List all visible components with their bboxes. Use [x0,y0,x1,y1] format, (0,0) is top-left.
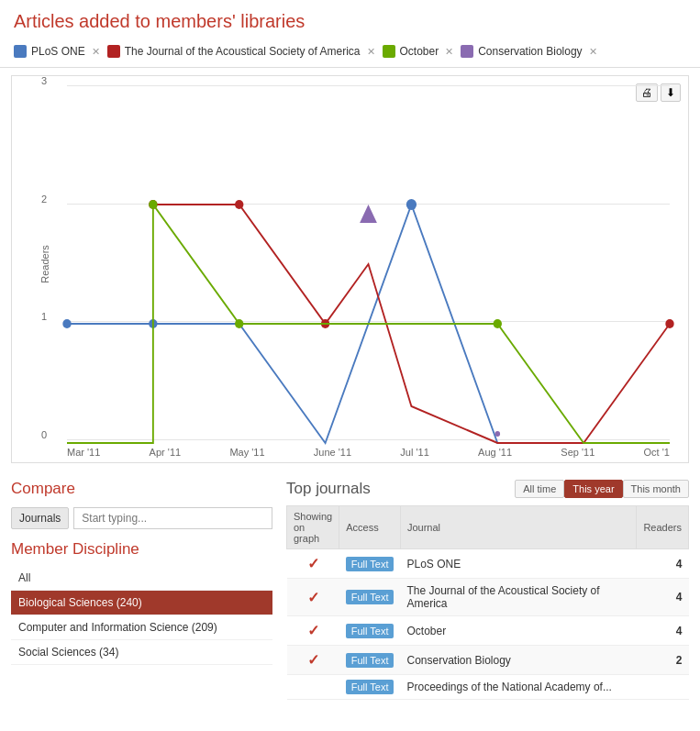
x-label-oct: Oct '1 [644,447,670,458]
journals-input[interactable] [73,507,272,529]
filter-tag-plos-one: PLoS ONE ✕ [14,45,100,58]
col-showing: Showing on graph [287,506,339,549]
filter-label-conservation: Conservation Biology [478,45,582,58]
filter-color-october [383,45,395,58]
svg-point-2 [406,199,417,210]
journal-name: October [400,616,636,646]
filter-label-plos-one: PLoS ONE [31,45,85,58]
compare-panel: Compare Journals Member Discipline AllBi… [11,480,272,700]
access-badge: Full Text [346,653,394,668]
col-access: Access [339,506,401,549]
time-filter-2[interactable]: This month [623,480,689,498]
col-journal: Journal [400,506,636,549]
check-mark: ✓ [307,556,319,571]
access-badge: Full Text [346,557,394,571]
svg-point-11 [494,431,500,437]
discipline-title: Member Discipline [11,540,272,559]
filter-tag-conservation: Conservation Biology ✕ [461,45,596,58]
table-row: ✓ Full Text Conservation Biology 2 [287,646,689,675]
filter-label-october: October [400,45,439,58]
x-label-mar: Mar '11 [67,447,100,458]
table-row: ✓ Full Text PLoS ONE 4 [287,549,689,579]
journal-name: Proceedings of the National Academy of..… [400,675,636,700]
x-label-jun: June '11 [314,447,351,458]
filter-remove-conservation[interactable]: ✕ [589,46,597,58]
compare-title: Compare [11,480,272,498]
x-label-sep: Sep '11 [561,447,594,458]
svg-point-8 [235,319,243,328]
journals-label: Journals [11,507,69,529]
top-journals-panel: Top journals All timeThis yearThis month… [286,480,689,700]
time-filter-0[interactable]: All time [515,480,564,498]
check-mark: ✓ [307,623,319,638]
svg-point-7 [149,200,157,209]
page-title: Articles added to members' libraries [0,0,700,39]
filter-bar: PLoS ONE ✕ The Journal of the Acoustical… [0,39,700,68]
y-label-2: 2 [41,194,47,205]
svg-point-9 [494,319,502,328]
x-label-jul: Jul '11 [400,447,428,458]
top-journals-header: Top journals All timeThis yearThis month [286,480,689,498]
chart-container: 🖨 ⬇ Readers 3 2 1 0 [11,75,689,463]
check-mark: ✓ [307,590,319,605]
table-row: ✓ Full Text October 4 [287,616,689,646]
filter-label-jasa: The Journal of the Acoustical Society of… [125,45,361,58]
table-row: Full Text Proceedings of the National Ac… [287,675,689,700]
readers-value: 4 [637,579,689,616]
bottom-section: Compare Journals Member Discipline AllBi… [0,471,700,709]
discipline-list: AllBiological Sciences (240)Computer and… [11,566,272,665]
filter-tag-october: October ✕ [383,45,454,58]
journals-row: Journals [11,507,272,529]
journal-name: Conservation Biology [400,646,636,675]
journals-table: Showing on graph Access Journal Readers … [286,505,689,700]
x-label-aug: Aug '11 [478,447,512,458]
filter-color-conservation [461,45,473,58]
y-label-3: 3 [41,75,47,86]
chart-svg [67,85,670,443]
filter-tag-jasa: The Journal of the Acoustical Society of… [107,45,375,58]
readers-value: 2 [637,646,689,675]
journal-name: PLoS ONE [400,549,636,579]
discipline-item-2[interactable]: Computer and Information Science (209) [11,615,272,640]
access-badge: Full Text [346,590,394,604]
access-badge: Full Text [346,680,394,694]
filter-color-jasa [107,45,120,58]
col-readers: Readers [637,506,689,549]
y-axis-label: Readers [39,245,50,283]
journal-name: The Journal of the Acoustical Society of… [400,579,636,616]
table-row: ✓ Full Text The Journal of the Acoustica… [287,579,689,616]
discipline-item-1[interactable]: Biological Sciences (240) [11,591,272,615]
x-label-may: May '11 [229,447,264,458]
y-label-1: 1 [41,311,47,322]
svg-marker-10 [360,205,377,223]
time-filter-1[interactable]: This year [564,480,622,498]
time-filter-buttons: All timeThis yearThis month [515,480,689,498]
svg-point-4 [235,200,243,209]
filter-color-plos-one [14,45,27,58]
filter-remove-plos-one[interactable]: ✕ [92,46,100,58]
top-journals-title: Top journals [286,480,507,498]
filter-remove-jasa[interactable]: ✕ [367,46,375,58]
svg-point-6 [665,319,673,328]
readers-value: 4 [637,549,689,579]
y-label-0: 0 [41,429,47,440]
svg-point-0 [62,319,71,328]
x-label-apr: Apr '11 [150,447,182,458]
readers-value [637,675,689,700]
filter-remove-october[interactable]: ✕ [445,46,453,58]
discipline-item-0[interactable]: All [11,566,272,591]
discipline-item-3[interactable]: Social Sciences (34) [11,640,272,665]
access-badge: Full Text [346,624,394,638]
x-axis: Mar '11 Apr '11 May '11 June '11 Jul '11… [67,443,670,458]
readers-value: 4 [637,616,689,646]
check-mark: ✓ [307,652,319,668]
